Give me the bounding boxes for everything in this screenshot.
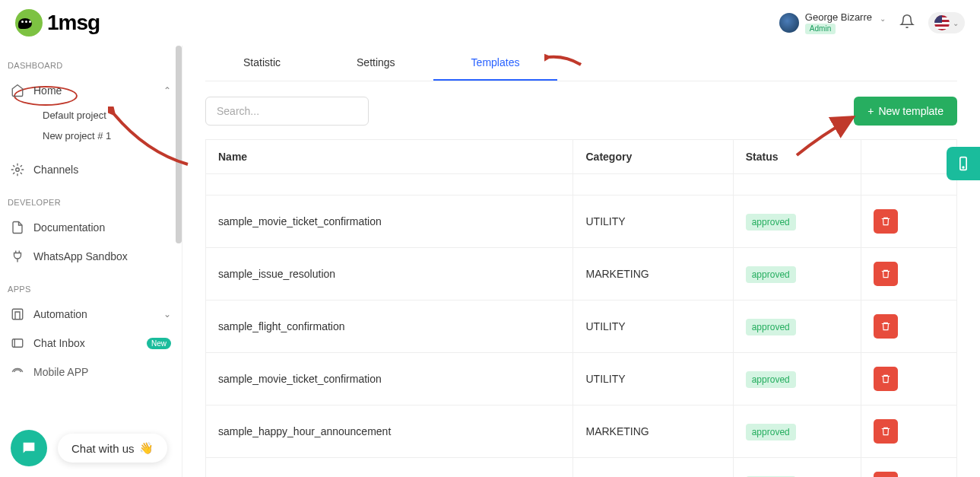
col-header-actions xyxy=(861,140,956,174)
trash-icon xyxy=(880,321,891,332)
cell-name: sample_happy_hour_announcement xyxy=(206,405,573,458)
tab-templates[interactable]: Templates xyxy=(433,46,558,81)
sidebar-item-label: Automation xyxy=(33,308,87,320)
table-row[interactable]: sample_movie_ticket_confirmationUTILITYa… xyxy=(206,196,957,248)
notifications-icon[interactable] xyxy=(899,14,915,32)
sidebar-subitem-default-project[interactable]: Default project xyxy=(0,105,182,126)
cell-actions xyxy=(861,196,956,248)
tab-settings[interactable]: Settings xyxy=(319,46,433,81)
cell-status: approved xyxy=(733,248,861,301)
cell-actions xyxy=(861,353,956,405)
sidebar-item-automation[interactable]: Automation ⌄ xyxy=(0,300,182,329)
delete-button[interactable] xyxy=(874,209,898,234)
section-dashboard: DASHBOARD xyxy=(0,55,182,76)
plug-icon xyxy=(11,250,24,263)
phone-icon xyxy=(956,156,971,171)
cell-category: UTILITY xyxy=(573,301,733,353)
plus-icon: + xyxy=(867,105,874,117)
sidebar-item-label: WhatsApp Sandbox xyxy=(33,250,128,262)
sidebar-item-home[interactable]: Home ⌃ xyxy=(0,76,182,105)
cell-actions xyxy=(861,301,956,353)
sidebar-item-chat-inbox[interactable]: Chat Inbox New xyxy=(0,329,182,358)
cell-status: approved xyxy=(733,405,861,458)
chat-icon xyxy=(11,336,24,350)
chevron-down-icon: ⌄ xyxy=(163,309,171,320)
delete-button[interactable] xyxy=(874,419,898,444)
logo-mark-icon xyxy=(15,9,43,37)
sidebar-subitem-new-project[interactable]: New project # 1 xyxy=(0,126,182,146)
automation-icon xyxy=(11,307,24,321)
trash-icon xyxy=(880,426,891,437)
delete-button[interactable] xyxy=(874,367,898,391)
wave-icon: 👋 xyxy=(139,441,154,455)
user-name: George Bizarre xyxy=(805,11,872,24)
sidebar-item-mobile-app[interactable]: Mobile APP xyxy=(0,358,182,386)
trash-icon xyxy=(880,216,891,227)
user-menu[interactable]: George Bizarre Admin ⌄ xyxy=(779,11,886,34)
cell-actions xyxy=(861,458,956,478)
channels-icon xyxy=(11,163,24,176)
avatar xyxy=(779,13,799,33)
status-badge: approved xyxy=(746,319,796,335)
chat-label[interactable]: Chat with us 👋 xyxy=(58,434,167,463)
chat-bubble-icon xyxy=(21,440,37,456)
col-header-name[interactable]: Name xyxy=(206,140,573,174)
svg-point-0 xyxy=(16,168,20,172)
cell-category: UTILITY xyxy=(573,353,733,405)
new-template-button[interactable]: + New template xyxy=(854,97,957,126)
phone-preview-fab[interactable] xyxy=(947,147,980,180)
cell-category: UTILITY xyxy=(573,458,733,478)
status-badge: approved xyxy=(746,371,796,388)
delete-button[interactable] xyxy=(874,262,898,286)
trash-icon xyxy=(880,269,891,279)
col-header-category[interactable]: Category xyxy=(573,140,733,174)
cell-name: sample_flight_confirmation xyxy=(206,301,573,353)
delete-button[interactable] xyxy=(874,472,898,477)
us-flag-icon xyxy=(934,15,950,30)
cell-status: approved xyxy=(733,458,861,478)
table-row[interactable]: sample_movie_ticket_confirmationUTILITYa… xyxy=(206,458,957,478)
chevron-down-icon: ⌄ xyxy=(953,19,959,27)
templates-table: Name Category Status sample_movie_ticket… xyxy=(205,139,957,477)
cell-status: approved xyxy=(733,353,861,405)
cell-category: MARKETING xyxy=(573,405,733,458)
tab-statistic[interactable]: Statistic xyxy=(205,46,319,81)
delete-button[interactable] xyxy=(874,314,898,339)
col-header-status[interactable]: Status xyxy=(733,140,861,174)
document-icon xyxy=(11,221,24,234)
sidebar-item-label: Home xyxy=(33,84,62,97)
cell-name: sample_movie_ticket_confirmation xyxy=(206,353,573,405)
sidebar-item-documentation[interactable]: Documentation xyxy=(0,213,182,242)
sidebar-item-label: Mobile APP xyxy=(33,366,88,378)
status-badge: approved xyxy=(746,214,796,231)
status-badge: approved xyxy=(746,424,796,440)
status-badge: approved xyxy=(746,266,796,283)
chevron-down-icon: ⌄ xyxy=(880,14,886,23)
cell-status: approved xyxy=(733,301,861,353)
tabs: Statistic Settings Templates xyxy=(205,46,957,81)
table-row[interactable]: sample_issue_resolutionMARKETINGapproved xyxy=(206,248,957,301)
brand-logo[interactable]: 1msg xyxy=(15,9,100,37)
cell-actions xyxy=(861,248,956,301)
language-selector[interactable]: ⌄ xyxy=(928,12,965,33)
chat-fab[interactable] xyxy=(11,430,47,466)
user-role-badge: Admin xyxy=(805,24,836,34)
sidebar-item-label: Documentation xyxy=(33,221,105,234)
sidebar-item-channels[interactable]: Channels xyxy=(0,155,182,184)
svg-rect-2 xyxy=(12,339,23,348)
section-developer: DEVELOPER xyxy=(0,192,182,213)
table-row[interactable]: sample_happy_hour_announcementMARKETINGa… xyxy=(206,405,957,458)
chevron-up-icon: ⌃ xyxy=(163,85,171,96)
sidebar: DASHBOARD Home ⌃ Default project New pro… xyxy=(0,0,182,477)
cell-category: UTILITY xyxy=(573,196,733,248)
main-content: Statistic Settings Templates + New templ… xyxy=(182,0,980,477)
search-input[interactable] xyxy=(205,97,369,126)
sidebar-item-sandbox[interactable]: WhatsApp Sandbox xyxy=(0,242,182,271)
table-row[interactable]: sample_flight_confirmationUTILITYapprove… xyxy=(206,301,957,353)
svg-point-7 xyxy=(963,167,964,168)
sidebar-item-label: Channels xyxy=(33,164,78,176)
cell-category: MARKETING xyxy=(573,248,733,301)
button-label: New template xyxy=(878,105,944,117)
cell-status: approved xyxy=(733,196,861,248)
table-row[interactable]: sample_movie_ticket_confirmationUTILITYa… xyxy=(206,353,957,405)
